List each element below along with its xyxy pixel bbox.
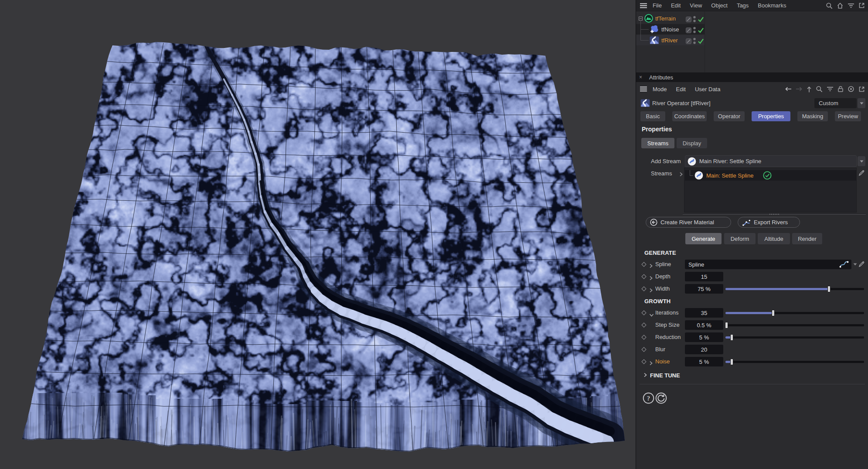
chevron-right-icon[interactable] bbox=[649, 287, 653, 294]
home-icon[interactable] bbox=[837, 2, 844, 9]
tab-coordinates[interactable]: Coordinates bbox=[672, 111, 707, 121]
close-icon[interactable]: × bbox=[639, 74, 642, 80]
vis-dots-icon[interactable] bbox=[693, 37, 696, 45]
hamburger-menu-icon[interactable] bbox=[640, 86, 647, 92]
search-icon[interactable] bbox=[826, 2, 833, 9]
keyframe-diamond-icon[interactable] bbox=[641, 322, 646, 327]
keyframe-diamond-icon[interactable] bbox=[641, 335, 646, 339]
value-field-step-size[interactable]: 0.5 % bbox=[685, 320, 723, 330]
arrow-left-icon[interactable] bbox=[785, 86, 792, 92]
preset-dropdown[interactable]: Custom bbox=[814, 98, 857, 108]
edit-pencil-icon[interactable] bbox=[858, 169, 865, 178]
om-menu-view[interactable]: View bbox=[690, 2, 702, 9]
chevron-right-icon[interactable] bbox=[649, 274, 653, 282]
resize-grip[interactable] bbox=[769, 213, 780, 215]
subtab-streams[interactable]: Streams bbox=[641, 138, 674, 148]
value-field-reduction[interactable]: 5 % bbox=[685, 332, 723, 342]
slider-iterations[interactable] bbox=[725, 312, 864, 314]
param-label: Blur bbox=[655, 346, 665, 353]
om-menu-bookmarks[interactable]: Bookmarks bbox=[758, 2, 786, 9]
chevron-right-icon[interactable] bbox=[649, 262, 653, 270]
filter-icon[interactable] bbox=[848, 3, 854, 8]
target-icon[interactable] bbox=[848, 86, 854, 92]
tab-masking[interactable]: Masking bbox=[797, 111, 828, 121]
mode-tab-deform[interactable]: Deform bbox=[724, 233, 756, 244]
chevron-down-icon[interactable] bbox=[649, 311, 654, 318]
value-field-depth[interactable]: 15 bbox=[685, 272, 723, 281]
slider-handle[interactable] bbox=[730, 334, 733, 341]
streams-fold-icon[interactable] bbox=[679, 171, 683, 178]
arrow-up-icon[interactable] bbox=[807, 86, 812, 92]
keyframe-diamond-icon[interactable] bbox=[641, 359, 646, 364]
check-icon[interactable] bbox=[698, 38, 704, 44]
fine-tune-group[interactable]: FINE TUNE bbox=[643, 372, 680, 379]
popout-icon[interactable] bbox=[858, 86, 865, 92]
slider-width[interactable] bbox=[725, 288, 864, 290]
lock-icon[interactable] bbox=[837, 86, 844, 92]
attr-menu-edit[interactable]: Edit bbox=[676, 86, 686, 92]
om-menu-file[interactable]: File bbox=[653, 2, 662, 9]
check-icon[interactable] bbox=[698, 27, 704, 33]
tab-basic[interactable]: Basic bbox=[640, 111, 665, 121]
subtab-display[interactable]: Display bbox=[677, 138, 707, 148]
attr-menu-mode[interactable]: Mode bbox=[653, 86, 667, 92]
object-tree: tfTerraintfNoisetfRiver bbox=[636, 11, 868, 72]
spline-link-field[interactable]: Spline bbox=[685, 260, 851, 269]
add-stream-dropdown-arrow[interactable] bbox=[858, 156, 865, 166]
chevron-right-icon[interactable] bbox=[649, 359, 653, 367]
mode-tab-render[interactable]: Render bbox=[792, 233, 822, 244]
export-rivers-button[interactable]: Export Rivers bbox=[738, 217, 800, 228]
slider-handle[interactable] bbox=[725, 322, 728, 329]
streams-list[interactable]: Main: Settle Spline bbox=[684, 168, 857, 212]
slider-reduction[interactable] bbox=[725, 336, 864, 339]
keyframe-diamond-icon[interactable] bbox=[641, 347, 646, 352]
value-field-noise[interactable]: 5 % bbox=[685, 357, 723, 366]
check-icon[interactable] bbox=[698, 17, 704, 22]
tab-properties[interactable]: Properties bbox=[752, 111, 790, 121]
object-name[interactable]: tfRiver bbox=[661, 37, 678, 44]
om-menu-edit[interactable]: Edit bbox=[671, 2, 681, 9]
value-field-width[interactable]: 75 % bbox=[685, 284, 723, 294]
layer-square-icon[interactable] bbox=[686, 27, 691, 33]
mode-tab-generate[interactable]: Generate bbox=[685, 233, 722, 244]
tab-operator[interactable]: Operator bbox=[714, 111, 745, 121]
param-label: Reduction bbox=[655, 334, 681, 340]
add-stream-dropdown[interactable]: Main River: Settle Spline bbox=[685, 155, 857, 167]
reset-icon[interactable] bbox=[655, 392, 667, 406]
viewport-3d[interactable] bbox=[0, 0, 636, 469]
slider-handle[interactable] bbox=[730, 359, 733, 365]
slider-step-size[interactable] bbox=[725, 324, 864, 326]
tab-preview[interactable]: Preview bbox=[835, 111, 861, 121]
hamburger-menu-icon[interactable] bbox=[640, 3, 647, 8]
slider-noise[interactable] bbox=[725, 361, 864, 363]
value-field-iterations[interactable]: 35 bbox=[685, 308, 723, 318]
filter-icon[interactable] bbox=[827, 86, 834, 92]
layer-square-icon[interactable] bbox=[686, 38, 691, 44]
keyframe-diamond-icon[interactable] bbox=[641, 274, 646, 279]
stream-list-item[interactable]: Main: Settle Spline bbox=[685, 170, 856, 181]
layer-square-icon[interactable] bbox=[686, 17, 691, 22]
arrow-right-icon[interactable] bbox=[796, 86, 803, 92]
attr-menu-user-data[interactable]: User Data bbox=[695, 86, 721, 92]
keyframe-diamond-icon[interactable] bbox=[641, 286, 646, 291]
down-triangle-icon[interactable] bbox=[853, 263, 857, 266]
object-name[interactable]: tfTerrain bbox=[655, 15, 676, 22]
create-river-material-button[interactable]: Create River Material bbox=[646, 217, 731, 228]
slider-handle[interactable] bbox=[772, 310, 775, 316]
slider-handle[interactable] bbox=[827, 286, 831, 292]
keyframe-diamond-icon[interactable] bbox=[641, 262, 646, 267]
object-name[interactable]: tfNoise bbox=[661, 26, 679, 33]
om-menu-tags[interactable]: Tags bbox=[737, 2, 749, 9]
param-row-width: Width75 % bbox=[636, 284, 868, 294]
popout-icon[interactable] bbox=[858, 2, 865, 9]
preset-dropdown-arrow[interactable] bbox=[858, 98, 865, 108]
search-icon[interactable] bbox=[816, 86, 823, 92]
om-menu-object[interactable]: Object bbox=[711, 2, 728, 9]
vis-dots-icon[interactable] bbox=[693, 26, 696, 34]
help-icon[interactable]: ? bbox=[643, 392, 654, 406]
vis-dots-icon[interactable] bbox=[693, 15, 696, 23]
keyframe-diamond-icon[interactable] bbox=[641, 310, 646, 315]
edit-pencil-icon[interactable] bbox=[858, 260, 865, 270]
mode-tab-altitude[interactable]: Altitude bbox=[758, 233, 790, 244]
value-field-blur[interactable]: 20 bbox=[685, 345, 723, 354]
